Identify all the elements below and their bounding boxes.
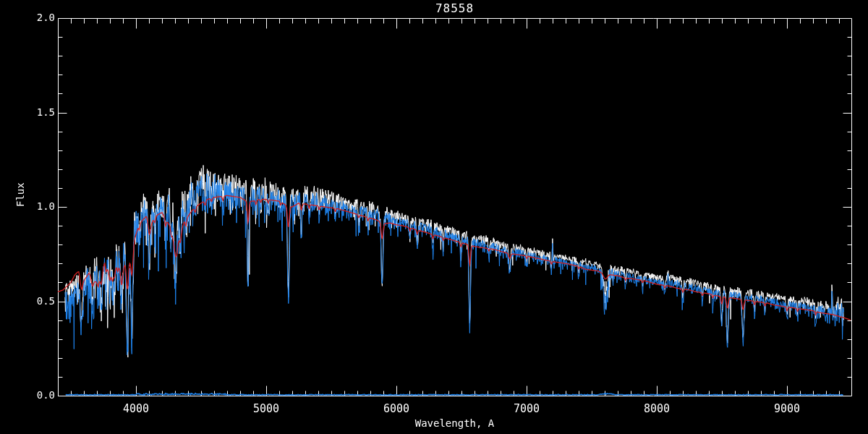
y-tick-label: 0.5 (26, 295, 55, 307)
y-tick-label: 1.5 (26, 106, 55, 118)
x-tick-label: 6000 (375, 402, 418, 415)
x-tick-label: 5000 (244, 402, 288, 415)
y-axis-label: Flux (14, 182, 26, 207)
x-tick-label: 9000 (765, 402, 809, 415)
y-tick-label: 0.0 (26, 389, 55, 401)
spectrum-plot-canvas (0, 0, 868, 434)
y-tick-label: 1.0 (26, 200, 55, 212)
x-tick-label: 4000 (114, 402, 158, 415)
y-tick-label: 2.0 (26, 12, 55, 23)
chart-title: 78558 (58, 1, 851, 15)
x-tick-label: 8000 (635, 402, 678, 415)
plot-window: 78558 Flux Wavelength, A 400050006000700… (0, 0, 868, 434)
x-tick-label: 7000 (505, 402, 548, 415)
x-axis-label: Wavelength, A (58, 417, 851, 429)
